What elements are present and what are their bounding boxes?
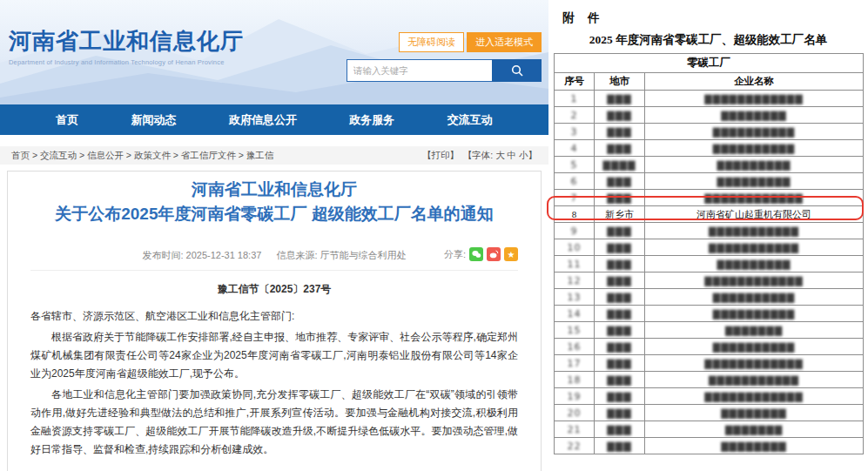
row-city: ▇▇▇ [595,91,645,107]
table-row: 10▇▇▇▇▇▇▇▇▇▇▇▇▇▇ [555,239,864,256]
table-row: 17▇▇▇▇▇▇▇▇▇▇▇▇▇▇▇ [555,355,864,372]
row-company: ▇▇▇▇▇▇▇▇▇▇▇▇ [645,91,864,107]
header-tools: 无障碍阅读 进入适老模式 [347,32,542,82]
zero-carbon-table: 零碳工厂 序号地市企业名称 1▇▇▇▇▇▇▇▇▇▇▇▇▇▇▇2▇▇▇▇▇▇▇▇▇… [554,53,864,454]
table-row: 2▇▇▇▇▇▇▇▇▇▇▇ [555,107,864,124]
column-header: 地市 [595,73,645,91]
table-row: 22▇▇▇▇▇▇▇▇▇▇▇ [555,438,864,454]
row-city: ▇▇▇ [595,355,645,372]
table-row: 14▇▇▇▇▇▇▇▇▇▇▇▇▇ [555,306,864,322]
row-company: ▇▇▇▇▇▇▇▇▇▇▇▇ [645,388,864,405]
table-section-header: 零碳工厂 [555,54,864,73]
row-city: ▇▇▇ [595,405,645,421]
font-size-controls[interactable]: 【字体: 大 中 小】 [463,150,537,160]
nav-item-1[interactable]: 首页 [56,112,78,128]
table-row: 3▇▇▇▇▇▇▇▇▇▇▇▇▇ [555,124,864,140]
accessibility-button[interactable]: 无障碍阅读 [399,32,464,52]
table-row: 11▇▇▇▇▇▇▇▇▇▇▇▇ [555,256,864,273]
column-header: 企业名称 [645,73,864,91]
row-seq: 13 [555,289,595,306]
row-seq: 22 [555,438,595,454]
table-section-header-row: 零碳工厂 [555,54,864,73]
row-seq: 12 [555,273,595,289]
row-city: 新乡市 [595,206,645,223]
nav-item-2[interactable]: 新闻动态 [131,112,177,128]
table-row-highlighted: 8新乡市河南省矿山起重机有限公司 [555,206,864,223]
row-seq: 21 [555,421,595,438]
search-input[interactable] [347,59,492,82]
print-button[interactable]: 【打印】 [422,150,459,160]
page: 河南省工业和信息化厅 Department of Industry and In… [0,0,868,471]
row-seq: 6 [555,173,595,190]
row-city: ▇▇▇ [595,372,645,388]
share-weibo-icon[interactable] [487,247,501,261]
row-city: ▇▇▇ [595,140,645,157]
publish-time: 发布时间: 2025-12-31 18:37 [142,250,261,260]
row-city: ▇▇▇ [595,173,645,190]
row-seq: 14 [555,306,595,322]
row-company: 河南省矿山起重机有限公司 [645,206,864,223]
factory-table-body: 1▇▇▇▇▇▇▇▇▇▇▇▇▇▇▇2▇▇▇▇▇▇▇▇▇▇▇3▇▇▇▇▇▇▇▇▇▇▇… [555,91,864,454]
row-company: ▇▇▇▇▇▇▇▇ [645,438,864,454]
nav-item-4[interactable]: 政务服务 [349,112,394,128]
elder-mode-button[interactable]: 进入适老模式 [467,32,542,52]
site-header: 河南省工业和信息化厅 Department of Industry and In… [0,0,548,104]
row-seq: 16 [555,339,595,355]
row-company: ▇▇▇▇▇▇▇▇▇ [645,157,864,173]
row-company: ▇▇▇▇▇▇▇▇ [645,405,864,421]
row-city: ▇▇▇ [595,421,645,438]
body-paragraph-2: 各地工业和信息化主管部门要加强政策协同,充分发挥零碳工厂、超级能效工厂在“双碳”… [30,386,518,459]
share-cluster: 分享: ★ [444,247,518,261]
row-company: ▇▇▇▇▇▇▇▇▇▇▇ [645,239,864,256]
row-city: ▇▇▇ [595,190,645,206]
nav-item-3[interactable]: 政府信息公开 [229,112,297,128]
share-wechat-icon[interactable] [469,247,483,261]
row-company: ▇▇▇▇▇▇▇ [645,322,864,339]
salutation: 各省辖市、济源示范区、航空港区工业和信息化主管部门: [30,307,518,326]
table-row: 7▇▇▇▇▇▇▇▇▇▇▇▇▇▇▇ [555,190,864,206]
row-city: ▇▇▇ [595,339,645,355]
search-icon [511,64,523,77]
row-company: ▇▇▇▇▇▇▇▇ [645,107,864,124]
site-title: 河南省工业和信息化厅 [9,26,244,57]
search-button[interactable] [492,59,542,82]
column-header: 序号 [555,73,595,91]
table-row: 6▇▇▇▇▇▇▇▇▇▇▇▇ [555,173,864,190]
attachment-heading: 附 件 [548,0,868,26]
row-city: ▇▇▇ [595,322,645,339]
article-meta: 发布时间: 2025-12-31 18:37 信息来源: 厅节能与综合利用处 分… [30,249,518,271]
nav-item-5[interactable]: 交流互动 [447,112,493,128]
row-company: ▇▇▇▇▇▇▇▇▇▇▇▇ [645,190,864,206]
table-row: 15▇▇▇▇▇▇▇▇▇▇ [555,322,864,339]
site-subtitle: Department of Industry and Information T… [9,58,244,66]
doc-number: 豫工信节〔2025〕237号 [30,282,518,297]
breadcrumb-bar: 首页 > 交流互动 > 信息公开 > 政策文件 > 省工信厅文件 > 豫工信 【… [0,146,548,165]
row-seq: 1 [555,91,595,107]
row-seq: 20 [555,405,595,421]
table-row: 21▇▇▇▇▇▇▇▇▇▇ [555,421,864,438]
row-city: ▇▇▇ [595,306,645,322]
row-city: ▇▇▇ [595,239,645,256]
table-row: 9▇▇▇▇▇▇▇▇▇▇▇▇▇▇ [555,223,864,239]
row-seq: 19 [555,388,595,405]
row-company: ▇▇▇▇▇▇▇ [645,421,864,438]
row-city: ▇▇▇ [595,273,645,289]
website-panel: 河南省工业和信息化厅 Department of Industry and In… [0,0,548,471]
row-city: ▇▇▇ [595,438,645,454]
row-company: ▇▇▇▇▇▇▇▇▇▇▇▇ [645,355,864,372]
body-paragraph-1: 根据省政府关于节能降碳工作安排部署,经自主申报、地市推荐、专家评审、社会公示等程… [30,328,518,383]
site-logo: 河南省工业和信息化厅 Department of Industry and In… [9,26,244,66]
share-favorite-icon[interactable]: ★ [504,247,518,261]
row-city: ▇▇▇ [595,107,645,124]
table-row: 12▇▇▇▇▇▇▇▇▇▇▇▇▇▇▇ [555,273,864,289]
row-seq: 15 [555,322,595,339]
article-container: 河南省工业和信息化厅 关于公布2025年度河南省零碳工厂 超级能效工厂名单的通知… [7,171,542,471]
row-company: ▇▇▇▇▇▇▇▇▇ [645,256,864,273]
row-city: ▇▇▇ [595,289,645,306]
row-seq: 10 [555,239,595,256]
row-seq: 4 [555,140,595,157]
table-row: 16▇▇▇▇▇▇▇▇▇▇▇▇▇ [555,339,864,355]
table-row: 5▇▇▇▇▇▇▇▇▇▇▇▇▇ [555,157,864,173]
row-city: ▇▇▇ [595,256,645,273]
row-city: ▇▇▇ [595,388,645,405]
